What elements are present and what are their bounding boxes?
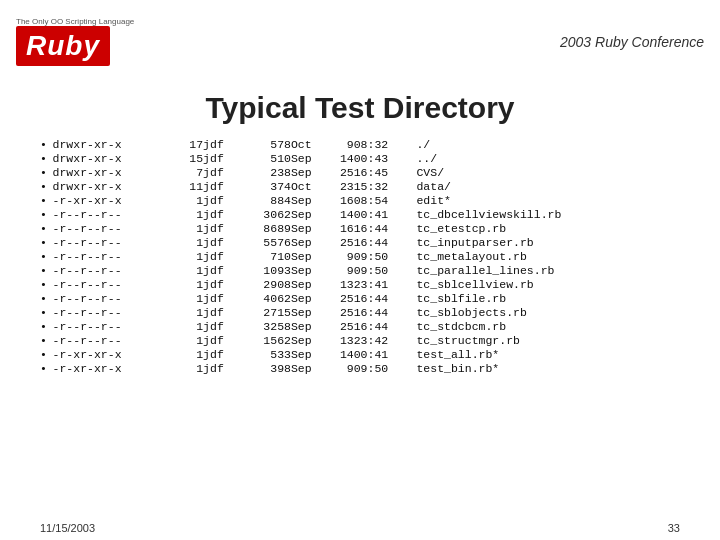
footer: 11/15/2003 33 xyxy=(40,522,680,534)
link-count: 17 xyxy=(178,137,203,151)
table-row: • drwxr-xr-x 7 jdf 238 Sep 25 16:45 CVS/ xyxy=(40,165,680,179)
footer-slide-number: 33 xyxy=(668,522,680,534)
link-count: 1 xyxy=(178,347,203,361)
file-size: 884 xyxy=(241,193,291,207)
day: 14 xyxy=(329,347,354,361)
month: Sep xyxy=(291,165,329,179)
file-type: jdf xyxy=(203,291,241,305)
table-row: • -r--r--r-- 1 jdf 1562 Sep 13 23:42 tc_… xyxy=(40,333,680,347)
bullet: • xyxy=(40,179,53,193)
month: Sep xyxy=(291,151,329,165)
bullet: • xyxy=(40,277,53,291)
permissions: -r-xr-xr-x xyxy=(53,347,178,361)
file-type: jdf xyxy=(203,221,241,235)
file-type: jdf xyxy=(203,137,241,151)
time: 15:32 xyxy=(354,179,417,193)
permissions: drwxr-xr-x xyxy=(53,151,178,165)
permissions: -r-xr-xr-x xyxy=(53,193,178,207)
link-count: 1 xyxy=(178,235,203,249)
time: 00:43 xyxy=(354,151,417,165)
conference-title: 2003 Ruby Conference xyxy=(560,34,704,50)
file-name: tc_sblobjects.rb xyxy=(416,305,680,319)
file-type: jdf xyxy=(203,207,241,221)
file-name: tc_dbcellviewskill.rb xyxy=(416,207,680,221)
file-size: 710 xyxy=(241,249,291,263)
link-count: 15 xyxy=(178,151,203,165)
file-name: edit* xyxy=(416,193,680,207)
permissions: -r--r--r-- xyxy=(53,235,178,249)
file-size: 1093 xyxy=(241,263,291,277)
time: 16:44 xyxy=(354,235,417,249)
day: 9 xyxy=(329,263,354,277)
file-type: jdf xyxy=(203,305,241,319)
time: 16:44 xyxy=(354,319,417,333)
time: 16:44 xyxy=(354,291,417,305)
day: 16 xyxy=(329,221,354,235)
month: Oct xyxy=(291,179,329,193)
month: Sep xyxy=(291,305,329,319)
bullet: • xyxy=(40,137,53,151)
page-title: Typical Test Directory xyxy=(0,91,720,125)
month: Sep xyxy=(291,277,329,291)
file-name: ../ xyxy=(416,151,680,165)
permissions: -r--r--r-- xyxy=(53,207,178,221)
month: Sep xyxy=(291,319,329,333)
permissions: drwxr-xr-x xyxy=(53,179,178,193)
file-name: tc_stdcbcm.rb xyxy=(416,319,680,333)
file-name: tc_structmgr.rb xyxy=(416,333,680,347)
time: 23:42 xyxy=(354,333,417,347)
day: 14 xyxy=(329,207,354,221)
file-type: jdf xyxy=(203,165,241,179)
file-size: 578 xyxy=(241,137,291,151)
file-name: tc_inputparser.rb xyxy=(416,235,680,249)
file-size: 398 xyxy=(241,361,291,375)
directory-section: • drwxr-xr-x 17 jdf 578 Oct 9 08:32 ./ •… xyxy=(0,137,720,375)
time: 00:41 xyxy=(354,347,417,361)
link-count: 1 xyxy=(178,249,203,263)
file-name: tc_sblfile.rb xyxy=(416,291,680,305)
file-type: jdf xyxy=(203,333,241,347)
link-count: 1 xyxy=(178,333,203,347)
permissions: -r--r--r-- xyxy=(53,333,178,347)
day: 25 xyxy=(329,319,354,333)
permissions: -r--r--r-- xyxy=(53,319,178,333)
month: Sep xyxy=(291,193,329,207)
directory-body: • drwxr-xr-x 17 jdf 578 Oct 9 08:32 ./ •… xyxy=(40,137,680,375)
bullet: • xyxy=(40,165,53,179)
file-type: jdf xyxy=(203,179,241,193)
file-name: test_bin.rb* xyxy=(416,361,680,375)
table-row: • drwxr-xr-x 11 jdf 374 Oct 23 15:32 dat… xyxy=(40,179,680,193)
file-size: 533 xyxy=(241,347,291,361)
file-size: 374 xyxy=(241,179,291,193)
month: Sep xyxy=(291,207,329,221)
bullet: • xyxy=(40,193,53,207)
file-size: 5576 xyxy=(241,235,291,249)
link-count: 1 xyxy=(178,291,203,305)
table-row: • drwxr-xr-x 15 jdf 510 Sep 14 00:43 ../ xyxy=(40,151,680,165)
day: 9 xyxy=(329,249,354,263)
logo-top-text: The Only OO Scripting Language xyxy=(16,17,134,27)
file-type: jdf xyxy=(203,277,241,291)
file-type: jdf xyxy=(203,249,241,263)
link-count: 1 xyxy=(178,207,203,221)
link-count: 1 xyxy=(178,319,203,333)
month: Sep xyxy=(291,263,329,277)
directory-table: • drwxr-xr-x 17 jdf 578 Oct 9 08:32 ./ •… xyxy=(40,137,680,375)
month: Sep xyxy=(291,361,329,375)
bullet: • xyxy=(40,151,53,165)
header: The Only OO Scripting Language Ruby 2003… xyxy=(0,0,720,83)
file-name: tc_metalayout.rb xyxy=(416,249,680,263)
day: 25 xyxy=(329,165,354,179)
permissions: drwxr-xr-x xyxy=(53,165,178,179)
bullet: • xyxy=(40,361,53,375)
time: 08:32 xyxy=(354,137,417,151)
table-row: • -r--r--r-- 1 jdf 2715 Sep 25 16:44 tc_… xyxy=(40,305,680,319)
link-count: 1 xyxy=(178,221,203,235)
link-count: 11 xyxy=(178,179,203,193)
table-row: • -r-xr-xr-x 1 jdf 884 Sep 16 08:54 edit… xyxy=(40,193,680,207)
file-size: 8689 xyxy=(241,221,291,235)
permissions: drwxr-xr-x xyxy=(53,137,178,151)
file-name: test_all.rb* xyxy=(416,347,680,361)
day: 13 xyxy=(329,333,354,347)
bullet: • xyxy=(40,333,53,347)
